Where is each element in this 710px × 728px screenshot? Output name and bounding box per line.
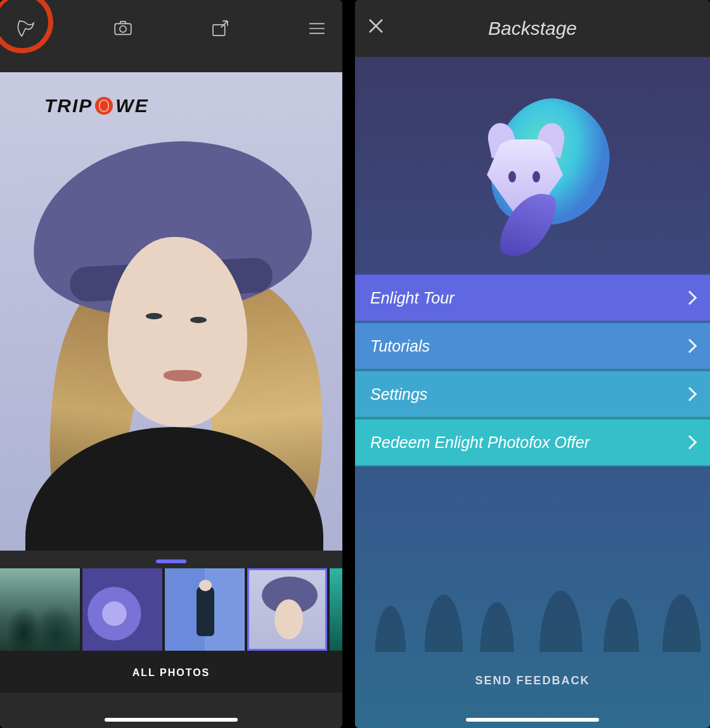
menu-item-label: Settings — [370, 385, 427, 404]
share-button[interactable] — [205, 15, 234, 43]
dual-screenshot: TRIP WE ALL — [0, 0, 710, 728]
chevron-right-icon — [683, 339, 697, 354]
home-indicator[interactable] — [466, 718, 599, 722]
backstage-menu: Enlight Tour Tutorials Settings Redeem E… — [355, 274, 710, 466]
main-photo[interactable]: TRIP WE — [0, 72, 342, 551]
menu-item-label: Enlight Tour — [370, 289, 455, 307]
thumb-forest[interactable] — [0, 568, 80, 651]
drawer-handle[interactable] — [156, 559, 186, 563]
menu-item-settings[interactable]: Settings — [355, 370, 710, 418]
menu-item-label: Tutorials — [370, 337, 430, 355]
portrait-illustration — [0, 72, 342, 551]
chevron-right-icon — [683, 291, 697, 305]
home-indicator[interactable] — [105, 718, 238, 722]
svg-rect-2 — [212, 25, 224, 35]
treeline-decoration — [355, 538, 710, 652]
fox-logo-icon — [469, 95, 596, 234]
app-logo-hero — [355, 57, 710, 272]
thumb-man-blue[interactable] — [165, 568, 245, 651]
thumb-pine[interactable] — [330, 568, 342, 651]
backstage-screen: Backstage Enlight Tour Tutorials Setting… — [355, 0, 710, 728]
send-feedback-label: SEND FEEDBACK — [475, 674, 590, 687]
chevron-right-icon — [683, 435, 697, 450]
thumb-hat-portrait[interactable] — [247, 568, 327, 651]
hamburger-menu-button[interactable] — [302, 15, 331, 43]
photo-filmstrip[interactable] — [0, 568, 342, 653]
album-label[interactable]: ALL PHOTOS — [0, 653, 342, 693]
editor-screen: TRIP WE ALL — [0, 0, 342, 728]
menu-item-label: Redeem Enlight Photofox Offer — [370, 433, 590, 452]
backstage-title: Backstage — [488, 18, 577, 39]
menu-item-tutorials[interactable]: Tutorials — [355, 322, 710, 370]
thumb-flowers[interactable] — [82, 568, 162, 651]
send-feedback-button[interactable]: SEND FEEDBACK — [355, 674, 710, 687]
menu-item-enlight-tour[interactable]: Enlight Tour — [355, 274, 710, 322]
camera-button[interactable] — [108, 15, 137, 43]
chevron-right-icon — [683, 387, 697, 402]
menu-item-redeem-offer[interactable]: Redeem Enlight Photofox Offer — [355, 418, 710, 466]
close-button[interactable] — [366, 16, 390, 41]
backstage-header: Backstage — [355, 0, 710, 57]
album-label-text: ALL PHOTOS — [132, 667, 210, 679]
svg-point-1 — [119, 26, 126, 32]
